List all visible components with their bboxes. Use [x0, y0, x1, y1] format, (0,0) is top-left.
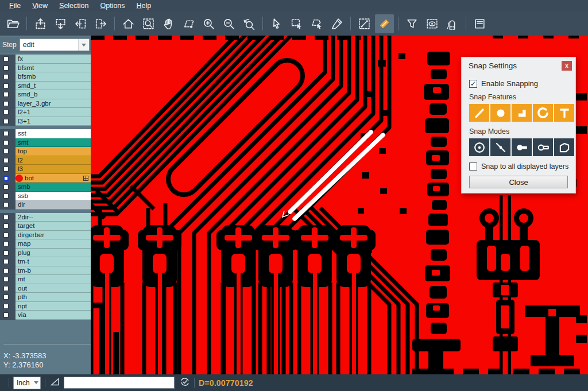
snap-mode-closest-point-button[interactable]	[490, 138, 510, 156]
snap-mode-pad-entry-filled-button[interactable]	[512, 138, 532, 156]
chevron-down-icon[interactable]	[78, 39, 89, 51]
arrow-down-box-button[interactable]	[51, 14, 70, 33]
layer-label-bfsmt[interactable]: bfsmt	[16, 64, 91, 73]
snap-feature-surface-button[interactable]	[512, 104, 532, 122]
snap-feature-pad-button[interactable]	[490, 104, 510, 122]
grid-icon[interactable]	[83, 176, 88, 181]
layer-checkbox-dirgerber[interactable]	[3, 233, 9, 238]
layer-checkbox-smb[interactable]	[3, 184, 9, 189]
view-options-button[interactable]	[423, 14, 442, 33]
layer-label-sst[interactable]: sst	[16, 129, 91, 138]
menu-help[interactable]: Help	[131, 0, 157, 11]
layer-checkbox-map[interactable]	[3, 241, 9, 246]
layer-checkbox-bfsmt[interactable]	[3, 65, 9, 71]
layer-label-out[interactable]: out	[16, 284, 91, 293]
snap-mode-pad-entry-button[interactable]	[533, 138, 553, 156]
layer-checkbox-tm-t[interactable]	[3, 259, 9, 264]
layer-label-ssb[interactable]: ssb	[16, 192, 91, 201]
layer-checkbox-l3[interactable]	[3, 167, 9, 172]
layer-label-plug[interactable]: plug	[16, 249, 91, 258]
layer-label-l2[interactable]: l2	[16, 156, 91, 165]
layer-label-smd_b[interactable]: smd_b	[16, 90, 91, 99]
layer-checkbox-smd_b[interactable]	[3, 92, 9, 97]
layer-label-l2+1[interactable]: l2+1	[16, 108, 91, 117]
all-layers-checkbox[interactable]	[469, 162, 477, 171]
home-button[interactable]	[119, 14, 138, 33]
snap-magnet-button[interactable]	[443, 14, 462, 33]
layer-checkbox-pth[interactable]	[3, 295, 9, 300]
enable-snapping-row[interactable]: ✓ Enable Snapping	[469, 79, 575, 88]
layer-label-smt[interactable]: smt	[16, 138, 91, 148]
layers-panel-button[interactable]	[470, 14, 489, 33]
zoom-previous-button[interactable]	[239, 14, 258, 33]
pcb-canvas[interactable]: Snap Settings x ✓ Enable Snapping Snap F…	[91, 36, 588, 374]
layer-checkbox-l3+1[interactable]	[3, 119, 9, 124]
select-rect-button[interactable]	[287, 14, 306, 33]
menu-file[interactable]: File	[3, 0, 26, 11]
layer-checkbox-fx[interactable]	[3, 56, 9, 61]
layer-label-fx[interactable]: fx	[16, 55, 91, 64]
layer-label-bfsmb[interactable]: bfsmb	[16, 72, 91, 82]
paint-brush-button[interactable]	[327, 14, 346, 33]
zoom-out-button[interactable]	[219, 14, 238, 33]
menu-selection[interactable]: Selection	[53, 0, 94, 11]
close-icon[interactable]: x	[562, 61, 572, 71]
layer-checkbox-smd_t[interactable]	[3, 83, 9, 88]
zoom-in-button[interactable]	[199, 14, 218, 33]
layer-label-via[interactable]: via	[16, 311, 91, 320]
snap-mode-center-button[interactable]	[469, 138, 489, 156]
select-cursor-button[interactable]	[267, 14, 286, 33]
layer-label-l3[interactable]: l3	[16, 165, 91, 174]
folder-open-button[interactable]	[3, 14, 22, 33]
arrow-up-box-button[interactable]	[31, 14, 50, 33]
layer-label-tm-b[interactable]: tm-b	[16, 266, 91, 276]
pan-hand-button[interactable]	[159, 14, 178, 33]
layer-checkbox-sst[interactable]	[3, 131, 9, 136]
layer-label-mt[interactable]: mt	[16, 275, 91, 284]
close-button[interactable]: Close	[469, 176, 568, 188]
layer-checkbox-ssb[interactable]	[3, 193, 9, 199]
layer-label-pth[interactable]: pth	[16, 293, 91, 302]
layer-checkbox-out[interactable]	[3, 286, 9, 291]
layer-checkbox-mt[interactable]	[3, 277, 9, 282]
ruler-button[interactable]	[375, 14, 394, 33]
layer-label-bot[interactable]: bot	[16, 174, 91, 183]
layer-checkbox-plug[interactable]	[3, 250, 9, 255]
layer-checkbox-dir[interactable]	[3, 202, 9, 207]
enable-snapping-checkbox[interactable]: ✓	[469, 80, 477, 88]
layer-checkbox-top[interactable]	[3, 149, 9, 154]
layer-checkbox-layer_3.gbr[interactable]	[3, 101, 9, 106]
layer-checkbox-l2[interactable]	[3, 158, 9, 163]
snap-feature-arc-button[interactable]	[533, 104, 553, 122]
filter-button[interactable]	[403, 14, 421, 33]
layer-label-top[interactable]: top	[16, 147, 91, 156]
layer-label-l3+1[interactable]: l3+1	[16, 117, 91, 126]
dialog-title-bar[interactable]: Snap Settings x	[462, 57, 575, 74]
menu-view[interactable]: View	[26, 0, 53, 11]
layer-label-tm-t[interactable]: tm-t	[16, 257, 91, 266]
menu-options[interactable]: Options	[94, 0, 130, 11]
layer-label-layer_3.gbr[interactable]: layer_3.gbr	[16, 99, 91, 109]
snap-mode-outline-button[interactable]	[554, 138, 574, 156]
layer-checkbox-tm-b[interactable]	[3, 268, 9, 273]
snap-feature-line-button[interactable]	[469, 104, 489, 122]
zoom-region-button[interactable]	[139, 14, 158, 33]
layer-checkbox-2dir--[interactable]	[3, 215, 9, 220]
layer-label-dir[interactable]: dir	[16, 200, 91, 210]
unit-dropdown[interactable]: Inch	[13, 377, 41, 389]
layer-checkbox-l2+1[interactable]	[3, 110, 9, 115]
layer-checkbox-bfsmb[interactable]	[3, 74, 9, 79]
layer-label-target[interactable]: target	[16, 222, 91, 231]
layer-checkbox-target[interactable]	[3, 223, 9, 229]
snap-feature-text-button[interactable]	[554, 104, 574, 122]
arrow-right-box-button[interactable]	[91, 14, 110, 33]
zoom-selection-button[interactable]	[179, 14, 198, 33]
step-dropdown[interactable]: edit	[20, 38, 90, 51]
layer-checkbox-smt[interactable]	[3, 140, 9, 145]
layer-label-map[interactable]: map	[16, 239, 91, 249]
arrow-left-box-button[interactable]	[71, 14, 90, 33]
layer-checkbox-bot[interactable]	[3, 176, 9, 181]
measure-input[interactable]	[64, 377, 175, 389]
layer-label-smd_t[interactable]: smd_t	[16, 82, 91, 91]
select-poly-button[interactable]	[307, 14, 326, 33]
